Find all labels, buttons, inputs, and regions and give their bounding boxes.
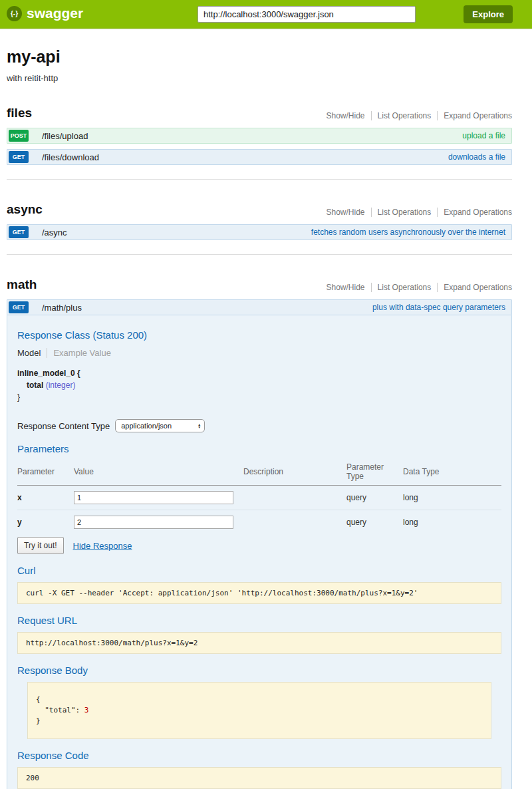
- swagger-url-input[interactable]: [198, 6, 416, 23]
- response-body-heading: Response Body: [17, 665, 501, 676]
- explore-button[interactable]: Explore: [464, 5, 513, 23]
- section-header: math Show/Hide List Operations Expand Op…: [7, 277, 512, 292]
- api-info: my-api with reitit-http: [7, 47, 512, 83]
- col-header-value: Value: [74, 460, 243, 486]
- api-title: my-api: [7, 47, 512, 67]
- operation-summary[interactable]: upload a file: [462, 131, 505, 140]
- response-content-type-row: Response Content Type application/json ▲…: [17, 419, 501, 432]
- operation-path[interactable]: /files/upload: [42, 131, 88, 141]
- model-signature: inline_model_0 { total (integer) }: [17, 367, 501, 403]
- operation-row-get-math-plus[interactable]: GET /math/plus plus with data-spec query…: [7, 299, 512, 315]
- method-badge-get: GET: [9, 151, 29, 163]
- col-header-parameter: Parameter: [17, 460, 74, 486]
- col-header-parameter-type: Parameter Type: [346, 460, 403, 486]
- operation-row-get-files-download[interactable]: GET /files/download downloads a file: [7, 149, 512, 165]
- table-row-x: x query long: [17, 486, 501, 510]
- param-data-type: long: [403, 510, 501, 535]
- operation-path[interactable]: /math/plus: [42, 303, 82, 313]
- param-name: y: [17, 510, 74, 535]
- json-total-value: 3: [84, 706, 89, 714]
- request-url-block: http://localhost:3000/math/plus?x=1&y=2: [17, 632, 501, 654]
- model-open-brace: inline_model_0 {: [17, 367, 501, 379]
- expand-operations-link[interactable]: Expand Operations: [437, 283, 512, 292]
- json-total-key: "total":: [36, 706, 84, 714]
- request-url-heading: Request URL: [17, 615, 501, 626]
- param-data-type: long: [403, 486, 501, 510]
- api-description: with reitit-http: [7, 73, 512, 83]
- response-code-block: 200: [17, 767, 501, 789]
- method-badge-get: GET: [9, 226, 29, 238]
- try-it-row: Try it out! Hide Response: [17, 537, 501, 554]
- curl-command-block: curl -X GET --header 'Accept: applicatio…: [17, 582, 501, 604]
- resource-section-math: math Show/Hide List Operations Expand Op…: [7, 277, 512, 789]
- response-body-block: { "total": 3}: [27, 682, 491, 739]
- curl-heading: Curl: [17, 565, 501, 576]
- operation-details-panel: Response Class (Status 200) Model Exampl…: [7, 315, 512, 789]
- expand-operations-link[interactable]: Expand Operations: [437, 208, 512, 217]
- list-operations-link[interactable]: List Operations: [371, 208, 438, 217]
- param-type: query: [346, 510, 403, 535]
- show-hide-link[interactable]: Show/Hide: [321, 208, 371, 217]
- operation-path[interactable]: /async: [42, 228, 67, 237]
- parameters-table: Parameter Value Description Parameter Ty…: [17, 460, 501, 534]
- response-content-type-label: Response Content Type: [17, 421, 110, 431]
- param-y-input[interactable]: [74, 516, 233, 529]
- json-close-brace: }: [36, 716, 41, 725]
- method-badge-get: GET: [9, 301, 29, 313]
- section-header: async Show/Hide List Operations Expand O…: [7, 202, 512, 217]
- model-property-type: (integer): [46, 381, 76, 390]
- select-arrows-icon: ▲▼: [198, 423, 201, 428]
- operation-summary[interactable]: fetches random users asynchronously over…: [311, 228, 505, 237]
- section-controls: Show/Hide List Operations Expand Operati…: [321, 111, 512, 120]
- section-title-async[interactable]: async: [7, 202, 43, 217]
- operation-path[interactable]: /files/download: [42, 152, 99, 162]
- selected-content-type: application/json: [121, 422, 172, 430]
- swagger-braces-icon: {-}: [7, 6, 22, 21]
- param-description: [243, 510, 346, 535]
- param-description: [243, 486, 346, 510]
- list-operations-link[interactable]: List Operations: [371, 111, 438, 120]
- json-open-brace: {: [36, 695, 41, 704]
- response-content-type-select[interactable]: application/json ▲▼: [115, 419, 205, 432]
- param-type: query: [346, 486, 403, 510]
- resource-section-files: files Show/Hide List Operations Expand O…: [7, 106, 512, 180]
- show-hide-link[interactable]: Show/Hide: [321, 111, 371, 120]
- show-hide-link[interactable]: Show/Hide: [321, 283, 371, 292]
- section-title-math[interactable]: math: [7, 277, 37, 292]
- operation-row-get-async[interactable]: GET /async fetches random users asynchro…: [7, 224, 512, 240]
- parameters-heading: Parameters: [17, 443, 501, 454]
- swagger-logo[interactable]: {-} swagger: [7, 5, 83, 21]
- section-controls: Show/Hide List Operations Expand Operati…: [321, 208, 512, 217]
- param-x-input[interactable]: [74, 491, 233, 504]
- col-header-description: Description: [243, 460, 346, 486]
- tab-example-value[interactable]: Example Value: [47, 348, 110, 358]
- resource-section-async: async Show/Hide List Operations Expand O…: [7, 202, 512, 255]
- operation-summary[interactable]: downloads a file: [448, 152, 505, 162]
- section-header: files Show/Hide List Operations Expand O…: [7, 106, 512, 120]
- model-tabs: Model Example Value: [17, 348, 501, 358]
- response-class-heading: Response Class (Status 200): [17, 329, 501, 341]
- model-property-name: total: [27, 381, 43, 390]
- try-it-out-button[interactable]: Try it out!: [17, 537, 64, 554]
- response-code-heading: Response Code: [17, 750, 501, 761]
- list-operations-link[interactable]: List Operations: [371, 283, 438, 292]
- header-bar: {-} swagger Explore: [0, 0, 532, 29]
- col-header-data-type: Data Type: [403, 460, 501, 486]
- tab-model[interactable]: Model: [17, 348, 47, 358]
- brand-name: swagger: [27, 5, 83, 21]
- section-title-files[interactable]: files: [7, 106, 32, 120]
- method-badge-post: POST: [9, 130, 29, 142]
- model-close-brace: }: [17, 391, 501, 403]
- operation-summary[interactable]: plus with data-spec query parameters: [372, 303, 505, 312]
- section-controls: Show/Hide List Operations Expand Operati…: [321, 283, 512, 292]
- main-content: my-api with reitit-http files Show/Hide …: [7, 47, 512, 789]
- param-name: x: [17, 486, 74, 510]
- table-row-y: y query long: [17, 510, 501, 535]
- operation-row-post-files-upload[interactable]: POST /files/upload upload a file: [7, 128, 512, 144]
- hide-response-link[interactable]: Hide Response: [73, 541, 132, 551]
- expand-operations-link[interactable]: Expand Operations: [437, 111, 512, 120]
